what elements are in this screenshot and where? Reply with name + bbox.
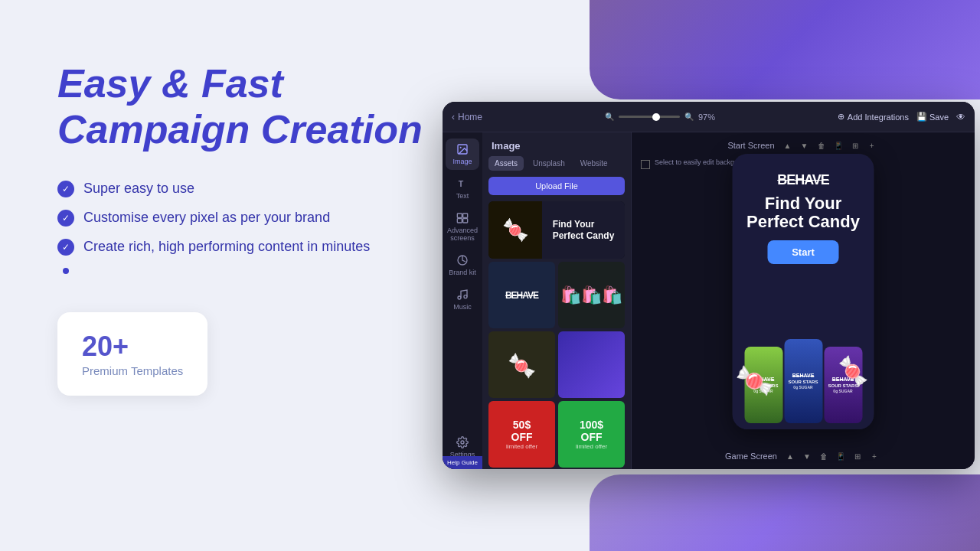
sidebar-item-advanced[interactable]: Advanced screens	[446, 207, 479, 246]
add-integrations-label: Add Integrations	[848, 112, 909, 122]
add-icon[interactable]: +	[865, 139, 879, 152]
bg-checkbox[interactable]	[641, 160, 650, 169]
toolbar-actions: ⊕ Add Integrations 💾 Save 👁	[838, 112, 965, 122]
svg-rect-5	[457, 219, 462, 223]
phone-start-button[interactable]: Start	[767, 240, 839, 264]
help-guide-label: Help Guide	[447, 459, 478, 466]
asset-item-packages[interactable]: 🛍️🛍️🛍️	[558, 262, 625, 328]
phone-icon[interactable]: 📱	[831, 139, 845, 152]
phone-preview: BEHAVE Find Your Perfect Candy Start 🍬 B…	[733, 154, 874, 429]
feature-text-1: Super easy to use	[83, 181, 194, 197]
promo-100-off: OFF	[581, 431, 603, 443]
templates-number: 20+	[82, 331, 183, 363]
sidebar-item-text[interactable]: T Text	[446, 173, 479, 204]
game-trash-icon[interactable]: 🗑	[817, 449, 831, 463]
panel-tabs: Assets Unsplash Website	[482, 156, 631, 177]
svg-rect-6	[463, 219, 468, 223]
svg-rect-3	[457, 214, 462, 217]
preview-button[interactable]: 👁	[956, 112, 965, 122]
zoom-out-icon[interactable]: 🔍	[605, 112, 614, 121]
game-phone-icon[interactable]: 📱	[834, 449, 848, 463]
svg-point-8	[458, 296, 461, 299]
game-expand-icon[interactable]: ⊞	[851, 449, 864, 463]
check-icon-1: ✓	[57, 181, 74, 197]
game-chevron-down-icon[interactable]: ▼	[800, 449, 814, 463]
feature-item-1: ✓ Super easy to use	[57, 181, 440, 197]
asset-item-promo-100[interactable]: 100$ OFF limited offer	[558, 401, 625, 468]
feature-text-2: Customise every pixel as per your brand	[83, 210, 330, 226]
asset-item-behave-logo[interactable]: BEHAVE	[488, 262, 555, 328]
game-add-icon[interactable]: +	[867, 449, 881, 463]
left-section: Easy & Fast Campaign Creation ✓ Super ea…	[57, 61, 440, 396]
promo-100-sub: limited offer	[576, 443, 607, 450]
toolbar: ‹ Home 🔍 🔍 97% ⊕ Add Integrations 💾 Save…	[443, 102, 975, 132]
feature-item-bullet	[57, 268, 440, 274]
assets-panel: Image Assets Unsplash Website Upload Fil…	[482, 132, 632, 469]
save-icon: 💾	[916, 112, 927, 122]
start-screen-text: Start Screen	[727, 141, 774, 150]
zoom-value: 97%	[698, 112, 715, 122]
add-integrations-button[interactable]: ⊕ Add Integrations	[838, 112, 909, 122]
start-screen-label: Start Screen ▲ ▼ 🗑 📱 ⊞ +	[727, 139, 878, 152]
preview-area: Start Screen ▲ ▼ 🗑 📱 ⊞ + Select to easil…	[632, 132, 975, 469]
find-candy-text-asset: Find YourPerfect Candy	[542, 201, 625, 259]
phone-title: Find Your Perfect Candy	[733, 194, 874, 231]
upload-file-button[interactable]: Upload File	[488, 177, 625, 195]
templates-label: Premium Templates	[82, 364, 183, 377]
save-label: Save	[929, 112, 949, 122]
zoom-slider[interactable]	[619, 116, 680, 118]
phone-behave-logo: BEHAVE	[777, 172, 829, 188]
icon-panel: Image T Text Advanced screens Brand kit …	[443, 132, 482, 469]
zoom-control: 🔍 🔍 97%	[605, 112, 715, 122]
check-icon-2: ✓	[57, 210, 74, 227]
sidebar-image-label: Image	[452, 158, 472, 165]
promo-50-text: 50$	[513, 419, 531, 431]
promo-100-text: 100$	[580, 419, 603, 431]
sidebar-item-music[interactable]: Music	[446, 284, 479, 315]
bg-gradient-top	[590, 0, 980, 99]
zoom-in-icon[interactable]: 🔍	[684, 112, 694, 121]
game-screen-controls: ▲ ▼ 🗑 📱 ⊞ +	[783, 449, 881, 463]
sidebar-advanced-label: Advanced screens	[447, 227, 478, 242]
back-chevron-icon: ‹	[452, 112, 455, 122]
bg-gradient-bottom	[590, 474, 980, 551]
help-guide-button[interactable]: Help Guide	[443, 456, 482, 469]
svg-point-10	[461, 441, 464, 444]
sidebar-item-image[interactable]: Image	[446, 139, 479, 170]
bullet-dot	[63, 268, 69, 274]
tab-website[interactable]: Website	[574, 156, 614, 171]
content-area: Image T Text Advanced screens Brand kit …	[443, 132, 975, 469]
sidebar-item-brandkit[interactable]: Brand kit	[446, 249, 479, 281]
sidebar-music-label: Music	[453, 303, 472, 311]
feature-text-3: Create rich, high performing content in …	[83, 239, 370, 255]
asset-item-promo-50[interactable]: 50$ OFF limited offer	[488, 401, 555, 468]
sidebar-text-label: Text	[456, 192, 469, 200]
phone-screen: BEHAVE Find Your Perfect Candy Start 🍬 B…	[733, 154, 874, 429]
game-screen-label: Game Screen ▲ ▼ 🗑 📱 ⊞ +	[725, 449, 881, 463]
svg-rect-4	[463, 214, 468, 217]
game-chevron-up-icon[interactable]: ▲	[783, 449, 797, 463]
panel-title: Image	[482, 132, 631, 156]
asset-item-gummy-yellow[interactable]	[488, 331, 555, 398]
back-button[interactable]: ‹ Home	[452, 112, 482, 122]
tab-assets[interactable]: Assets	[488, 156, 524, 171]
integration-icon: ⊕	[838, 112, 844, 122]
promo-50-sub: limited offer	[506, 443, 537, 450]
asset-item-purple-gradient[interactable]	[558, 331, 625, 398]
chevron-up-icon[interactable]: ▲	[781, 139, 795, 152]
promo-50-off: OFF	[511, 431, 533, 443]
assets-grid: 🍬 Find YourPerfect Candy BEHAVE 🛍️🛍️🛍️	[482, 201, 631, 468]
trash-icon[interactable]: 🗑	[815, 139, 828, 152]
main-heading: Easy & Fast Campaign Creation	[57, 61, 440, 153]
behave-logo-text: BEHAVE	[505, 290, 538, 301]
app-window: ‹ Home 🔍 🔍 97% ⊕ Add Integrations 💾 Save…	[443, 102, 975, 469]
phone-candy-image: 🍬 BEHAVE SOUR STARS 0g SUGAR BEHAVE	[733, 292, 874, 429]
tab-unsplash[interactable]: Unsplash	[527, 156, 571, 171]
expand-icon[interactable]: ⊞	[848, 139, 862, 152]
asset-item-find-candy[interactable]: 🍬 Find YourPerfect Candy	[488, 201, 625, 259]
feature-item-2: ✓ Customise every pixel as per your bran…	[57, 210, 440, 227]
features-list: ✓ Super easy to use ✓ Customise every pi…	[57, 181, 440, 274]
chevron-down-icon[interactable]: ▼	[798, 139, 812, 152]
check-icon-3: ✓	[57, 239, 74, 256]
save-button[interactable]: 💾 Save	[916, 112, 949, 122]
